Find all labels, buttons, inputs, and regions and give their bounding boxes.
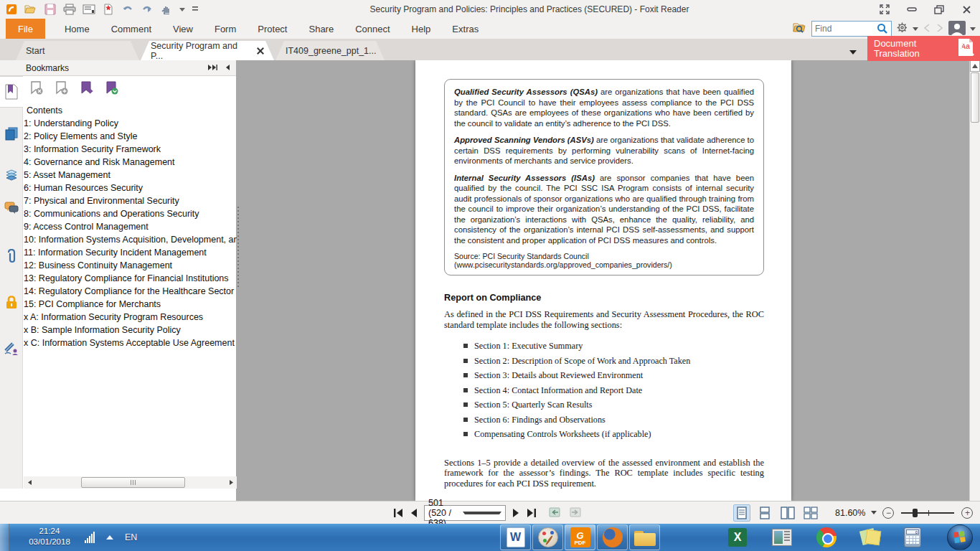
pages-tab-icon[interactable]: [0, 118, 23, 149]
menu-share[interactable]: Share: [298, 24, 344, 34]
continuous-facing-view-icon[interactable]: [802, 504, 819, 522]
scroll-right-icon[interactable]: [225, 479, 237, 486]
expand-panel-icon[interactable]: [207, 63, 217, 73]
network-signal-icon[interactable]: [85, 532, 95, 543]
menu-home[interactable]: Home: [54, 24, 100, 34]
scroll-left-icon[interactable]: [24, 479, 35, 486]
taskbar-firefox-button[interactable]: [597, 524, 628, 550]
next-page-icon[interactable]: [512, 508, 520, 518]
comments-tab-icon[interactable]: [0, 192, 23, 224]
document-translation-button[interactable]: Document Translation Aa: [867, 36, 980, 61]
bookmark-item[interactable]: x A: Information Security Program Resour…: [24, 311, 237, 324]
signature-tab-icon[interactable]: [0, 333, 23, 364]
bookmark-item[interactable]: 15: PCI Compliance for Merchants: [24, 298, 237, 311]
hscroll-thumb[interactable]: [81, 477, 186, 488]
bookmark-item[interactable]: 4: Governance and Risk Management: [24, 156, 237, 169]
find-input[interactable]: [815, 24, 877, 34]
attachments-tab-icon[interactable]: [0, 241, 23, 273]
new-document-icon[interactable]: [102, 3, 115, 16]
start-button[interactable]: [947, 524, 973, 550]
tab-it409[interactable]: IT409_greene_ppt_1...: [275, 41, 385, 60]
undo-icon[interactable]: [121, 3, 134, 16]
vscroll-thumb[interactable]: [971, 72, 979, 123]
avatar-dropdown-caret[interactable]: [970, 27, 976, 31]
bookmark-item[interactable]: 14: Regulatory Compliance for the Health…: [24, 285, 237, 298]
bookmark-item[interactable]: 13: Regulatory Compliance for Financial …: [24, 272, 237, 285]
zoom-in-icon[interactable]: +: [961, 507, 973, 519]
goto-bookmark-icon[interactable]: [80, 80, 94, 98]
bookmark-item[interactable]: 8: Communications and Operations Securit…: [24, 207, 237, 220]
document-view-area[interactable]: Qualified Security Assessors (QSAs) are …: [237, 60, 969, 501]
tab-start[interactable]: Start: [16, 41, 139, 60]
tab-list-dropdown-caret[interactable]: [849, 50, 857, 55]
expand-bookmark-icon[interactable]: [105, 80, 119, 98]
collapse-panel-icon[interactable]: [225, 63, 230, 73]
bookmark-item[interactable]: x C: Information Systems Acceptable Use …: [24, 336, 237, 349]
gear-dropdown-caret[interactable]: [913, 27, 918, 31]
save-icon[interactable]: [44, 3, 57, 16]
menu-view[interactable]: View: [162, 24, 204, 34]
email-icon[interactable]: [83, 3, 95, 16]
single-page-view-icon[interactable]: [733, 504, 750, 522]
delete-bookmark-icon[interactable]: [29, 80, 44, 98]
panel-resize-grip[interactable]: [237, 207, 240, 289]
search-icon[interactable]: [877, 23, 888, 34]
menu-comment[interactable]: Comment: [100, 24, 162, 34]
bookmarks-horizontal-scrollbar[interactable]: [24, 476, 237, 489]
last-page-icon[interactable]: [527, 508, 537, 518]
menu-file[interactable]: File: [6, 19, 45, 39]
previous-page-icon[interactable]: [410, 508, 418, 518]
bookmark-item[interactable]: 12: Business Continuity Management: [24, 259, 237, 272]
language-indicator[interactable]: EN: [125, 532, 137, 542]
add-bookmark-icon[interactable]: [55, 80, 69, 98]
close-icon[interactable]: [953, 1, 980, 18]
foxit-logo-icon[interactable]: [5, 3, 18, 16]
hand-tool-dropdown-caret[interactable]: [179, 8, 185, 11]
first-page-icon[interactable]: [393, 508, 403, 518]
zoom-slider-thumb[interactable]: [913, 509, 918, 517]
bookmark-item[interactable]: x B: Sample Information Security Policy: [24, 324, 237, 336]
taskbar-explorer-button[interactable]: [629, 524, 660, 550]
menu-connect[interactable]: Connect: [344, 24, 400, 34]
bookmarks-tab-icon[interactable]: [0, 76, 23, 108]
next-view-history-icon[interactable]: [568, 507, 583, 519]
menu-help[interactable]: Help: [401, 24, 442, 34]
bookmark-item[interactable]: 5: Asset Management: [24, 169, 237, 182]
taskbar-calculator-button[interactable]: 0: [901, 526, 924, 549]
next-view-icon[interactable]: [936, 23, 944, 35]
open-file-icon[interactable]: [24, 3, 37, 16]
fullscreen-icon[interactable]: [871, 1, 898, 18]
bookmark-item[interactable]: 7: Physical and Environmental Security: [24, 194, 237, 207]
zoom-dropdown-caret[interactable]: [871, 511, 877, 514]
menu-protect[interactable]: Protect: [247, 24, 298, 34]
scroll-up-icon[interactable]: [970, 60, 980, 72]
bookmark-item[interactable]: 11: Information Security Incident Manage…: [24, 246, 237, 259]
bookmark-item[interactable]: 2: Policy Elements and Style: [24, 130, 237, 143]
security-tab-icon[interactable]: [0, 287, 23, 319]
continuous-view-icon[interactable]: [756, 504, 773, 522]
print-icon[interactable]: [63, 3, 76, 16]
vertical-scrollbar[interactable]: [969, 60, 980, 501]
taskbar-chrome-button[interactable]: [815, 526, 838, 549]
show-desktop-button[interactable]: [0, 524, 9, 551]
taskbar-paint-button[interactable]: [532, 524, 563, 550]
hand-tool-icon[interactable]: [160, 3, 173, 16]
previous-view-icon[interactable]: [923, 23, 931, 35]
zoom-slider[interactable]: [901, 507, 954, 519]
bookmark-item[interactable]: Contents: [24, 104, 237, 117]
customize-toolbar-icon[interactable]: [192, 4, 199, 14]
page-field-caret[interactable]: [463, 512, 501, 514]
clock[interactable]: 21:24 03/01/2018: [18, 526, 81, 547]
menu-form[interactable]: Form: [204, 24, 247, 34]
bookmark-item[interactable]: 9: Access Control Management: [24, 220, 237, 233]
zoom-out-icon[interactable]: −: [882, 507, 894, 519]
pdf-page[interactable]: Qualified Security Assessors (QSAs) are …: [415, 60, 791, 501]
gear-icon[interactable]: [896, 22, 908, 36]
menu-extras[interactable]: Extras: [441, 24, 489, 34]
previous-view-history-icon[interactable]: [547, 507, 562, 519]
tab-security-program[interactable]: Security Program and P...: [141, 41, 274, 60]
bookmark-item[interactable]: 10: Information Systems Acquisition, Dev…: [24, 233, 237, 246]
layers-tab-icon[interactable]: [0, 159, 23, 191]
taskbar-sticky-notes-button[interactable]: [859, 526, 882, 549]
taskbar-word-button[interactable]: W: [500, 524, 531, 550]
